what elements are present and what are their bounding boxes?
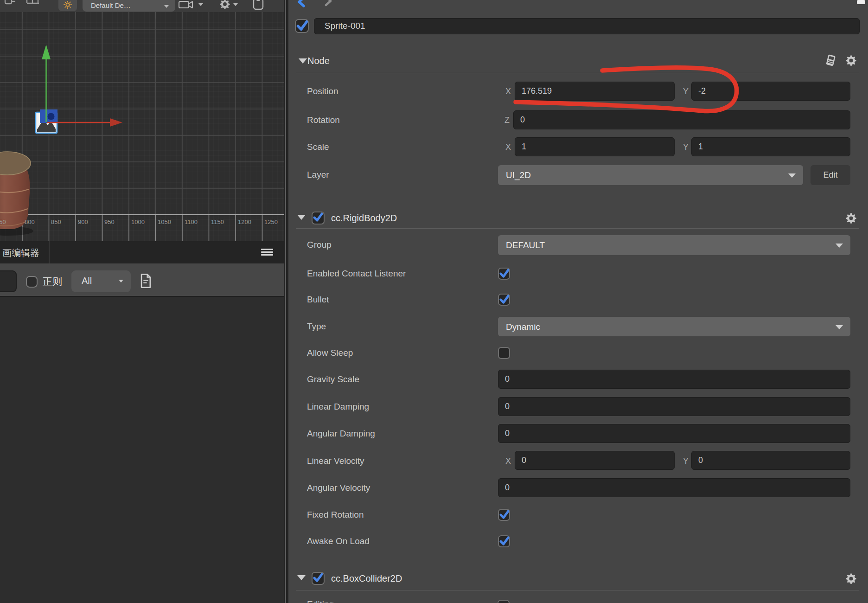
filter-type-dropdown[interactable]: All [71, 270, 131, 292]
chevron-down-icon [164, 5, 169, 8]
check-icon [498, 293, 511, 305]
scale-x-field[interactable]: 1 [515, 137, 675, 156]
animation-filter-bar: 正则 All [0, 263, 284, 297]
axis-x-label: X [505, 142, 511, 152]
scene-canvas[interactable] [0, 12, 284, 241]
type-value: Dynamic [506, 317, 540, 337]
section-divider [296, 590, 859, 590]
gear-icon[interactable] [845, 573, 857, 584]
allow-sleep-checkbox[interactable] [498, 347, 510, 359]
node-collapse-triangle[interactable] [299, 58, 307, 64]
camera-chevron-icon[interactable] [198, 3, 203, 6]
enabled-contact-listener-label: Enabled Contact Listener [307, 269, 406, 279]
boxcollider-enabled-checkbox[interactable] [312, 572, 325, 585]
scene-panel: Default De… [0, 0, 284, 603]
check-icon [498, 508, 511, 520]
panel-splitter[interactable] [284, 0, 288, 603]
scene-viewport[interactable]: 750 800 850 900 950 1000 1050 1100 1150 … [0, 12, 284, 241]
node-name-field[interactable]: Sprite-001 [314, 18, 860, 34]
axis-x-label: X [505, 87, 511, 96]
inspector-panel: Sprite-001 Node Position X 176.519 Y -2 … [288, 0, 868, 603]
boxcollider-collapse-triangle[interactable] [297, 575, 306, 580]
awake-on-load-label: Awake On Load [307, 536, 370, 546]
lighting-toggle-button[interactable] [58, 0, 77, 11]
ruler-label: 1250 [264, 218, 278, 225]
awake-on-load-checkbox[interactable] [498, 535, 510, 547]
enabled-contact-listener-checkbox[interactable] [498, 268, 510, 280]
position-x-field[interactable]: 176.519 [515, 82, 675, 101]
editing-label: Editing [307, 599, 334, 603]
sun-icon [63, 1, 72, 9]
linear-damping-label: Linear Damping [307, 402, 369, 412]
fixed-rotation-label: Fixed Rotation [307, 510, 364, 520]
fixed-rotation-checkbox[interactable] [498, 509, 510, 521]
gizmo-x-arrowhead [110, 118, 122, 127]
group-dropdown[interactable]: DEFAULT [498, 235, 850, 255]
group-label: Group [307, 240, 332, 250]
position-label: Position [307, 86, 338, 96]
layer-value: UI_2D [506, 165, 531, 185]
align-tool-icon[interactable] [4, 0, 20, 6]
axis-y-label: Y [683, 456, 689, 466]
layer-label: Layer [307, 170, 329, 180]
linear-velocity-y-field[interactable]: 0 [691, 451, 850, 470]
ruler-label: 900 [78, 218, 88, 225]
check-icon [312, 211, 324, 223]
linear-damping-field[interactable]: 0 [498, 397, 850, 416]
app-window: Default De… [0, 0, 868, 603]
search-input[interactable] [0, 270, 17, 292]
position-y-field[interactable]: -2 [691, 82, 850, 101]
type-label: Type [307, 321, 326, 332]
gear-icon[interactable] [845, 55, 857, 66]
editing-checkbox[interactable] [498, 600, 510, 603]
rigidbody-collapse-triangle[interactable] [297, 215, 306, 220]
hamburger-menu-icon[interactable] [261, 247, 273, 257]
regex-checkbox[interactable] [26, 276, 38, 288]
chevron-down-icon [836, 244, 843, 248]
layer-dropdown[interactable]: UI_2D [498, 165, 803, 185]
ruler-ticks [22, 12, 262, 19]
type-dropdown[interactable]: Dynamic [498, 317, 850, 336]
ruler-label: 800 [25, 218, 35, 225]
document-icon[interactable] [140, 273, 152, 289]
layer-edit-button[interactable]: Edit [811, 165, 850, 185]
bullet-checkbox[interactable] [498, 294, 510, 306]
angular-damping-field[interactable]: 0 [498, 424, 850, 443]
axis-y-label: Y [683, 142, 689, 152]
animation-panel-title: 画编辑器 [2, 247, 39, 259]
scrollbar-thumb[interactable] [857, 0, 865, 4]
animation-content-area[interactable] [0, 297, 284, 603]
forward-arrow-icon[interactable] [323, 0, 334, 6]
animation-panel-header: 画编辑器 [0, 241, 284, 263]
boxcollider-section-title: cc.BoxCollider2D [331, 572, 402, 584]
device-preview-icon[interactable] [252, 0, 264, 10]
axis-z-label: Z [504, 115, 510, 125]
rotation-z-field[interactable]: 0 [513, 110, 850, 129]
gear-icon[interactable] [219, 0, 230, 10]
back-arrow-icon[interactable] [295, 0, 308, 7]
regex-label: 正则 [43, 275, 62, 288]
scale-y-field[interactable]: 1 [691, 137, 850, 156]
node-active-checkbox[interactable] [295, 19, 309, 33]
ruler-label: 1150 [211, 218, 224, 225]
rigidbody-enabled-checkbox[interactable] [312, 212, 325, 225]
camera-icon[interactable] [179, 0, 195, 9]
angular-velocity-field[interactable]: 0 [498, 478, 850, 497]
angular-damping-label: Angular Damping [307, 429, 375, 439]
ruler-label: 1050 [158, 218, 171, 225]
rotation-label: Rotation [307, 115, 340, 125]
distribute-tool-icon[interactable] [26, 0, 42, 6]
book-icon[interactable] [824, 54, 837, 67]
gear-chevron-icon[interactable] [233, 3, 238, 6]
gravity-scale-field[interactable]: 0 [498, 370, 850, 389]
chevron-down-icon [836, 325, 843, 329]
preview-device-dropdown[interactable]: Default De… [83, 0, 175, 12]
filter-type-value: All [82, 276, 92, 286]
node-section-title: Node [307, 55, 330, 67]
ruler-label: 750 [0, 218, 6, 225]
scene-toolbar: Default De… [0, 0, 284, 12]
axis-y-label: Y [683, 87, 689, 96]
linear-velocity-label: Linear Velocity [307, 456, 364, 466]
linear-velocity-x-field[interactable]: 0 [515, 451, 675, 470]
gear-icon[interactable] [845, 212, 857, 224]
